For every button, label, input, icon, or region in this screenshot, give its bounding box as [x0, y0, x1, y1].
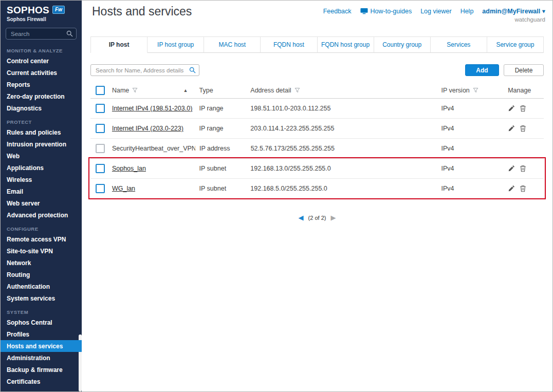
tab-content: Add Delete Name▲TypeAddress detailIP ver… [82, 64, 552, 221]
column-header-name[interactable]: Name▲ [112, 87, 199, 94]
column-header-manage[interactable]: Manage [508, 87, 544, 94]
header-link-help[interactable]: Help [460, 8, 474, 15]
table-row-sophos-lan: Sophos_lanIP subnet192.168.13.0/255.255.… [90, 159, 544, 179]
sidebar-item-authentication[interactable]: Authentication [1, 281, 82, 292]
next-page-button[interactable]: ▶ [330, 214, 336, 221]
host-name-cell: Internet IPv4 (198.51-203.0) [112, 105, 199, 112]
sidebar-item-routing[interactable]: Routing [1, 269, 82, 281]
sort-asc-icon[interactable]: ▲ [183, 88, 188, 93]
header-link-feedback[interactable]: Feedback [323, 8, 352, 15]
host-address: 198.51.101.0-203.0.112.255 [250, 105, 441, 112]
delete-button[interactable]: Delete [504, 64, 544, 76]
host-ip-version: IPv4 [441, 125, 508, 132]
column-label-address: Address detail [250, 87, 291, 94]
sidebar-item-site-to-site-vpn[interactable]: Site-to-site VPN [1, 245, 82, 257]
sidebar-item-remote-access-vpn[interactable]: Remote access VPN [1, 233, 82, 245]
delete-icon[interactable] [520, 165, 526, 172]
tab-fqdn-host[interactable]: FQDN host [261, 37, 317, 53]
tab-mac-host[interactable]: MAC host [204, 37, 261, 53]
tab-service-group[interactable]: Service group [487, 37, 543, 53]
sidebar-item-web[interactable]: Web [1, 150, 82, 162]
row-checkbox[interactable] [96, 164, 105, 173]
host-manage-cell [508, 125, 544, 132]
header-link-how-to-guides[interactable]: How-to-guides [360, 8, 412, 15]
sidebar-item-rules-and-policies[interactable]: Rules and policies [1, 126, 82, 138]
host-ip-version: IPv4 [441, 145, 508, 152]
table-search-input[interactable] [90, 64, 199, 76]
host-name-link[interactable]: Internet IPv4 (198.51-203.0) [112, 105, 195, 112]
edit-icon[interactable] [508, 125, 515, 132]
tab-fqdn-host-group[interactable]: FQDN host group [318, 37, 374, 53]
sidebar-item-administration[interactable]: Administration [1, 352, 82, 364]
sidebar-item-web-server[interactable]: Web server [1, 197, 82, 209]
host-name-link[interactable]: Sophos_lan [112, 165, 195, 172]
delete-icon[interactable] [520, 105, 526, 112]
table-row-securityheartbeat-over-vpn: SecurityHeartbeat_over_VPNIP address52.5… [90, 139, 544, 159]
host-name-link[interactable]: WG_lan [112, 185, 195, 192]
column-header-ipv[interactable]: IP version [441, 87, 508, 94]
header-link-log-viewer[interactable]: Log viewer [420, 8, 451, 15]
action-buttons: Add Delete [465, 64, 544, 76]
tab-ip-host[interactable]: IP host [91, 37, 148, 53]
column-header-address[interactable]: Address detail [250, 87, 441, 94]
sidebar-item-hosts-and-services[interactable]: Hosts and services [1, 340, 82, 352]
tab-country-group[interactable]: Country group [374, 37, 431, 53]
filter-icon[interactable] [132, 87, 138, 93]
sidebar: SOPHOS Fw Sophos Firewall MONITOR & ANAL… [1, 1, 82, 391]
account-menu[interactable]: admin@MyFirewall ▾ [482, 7, 545, 15]
edit-icon[interactable] [508, 185, 515, 192]
sidebar-item-zero-day-protection[interactable]: Zero-day protection [1, 90, 82, 102]
row-checkbox[interactable] [96, 184, 105, 193]
sidebar-nav: MONITOR & ANALYZEControl centerCurrent a… [1, 43, 82, 387]
sidebar-item-applications[interactable]: Applications [1, 162, 82, 174]
delete-icon[interactable] [520, 185, 526, 192]
host-name-cell: Sophos_lan [112, 165, 199, 172]
main-content: Hosts and services FeedbackHow-to-guides… [82, 1, 552, 391]
sidebar-item-intrusion-prevention[interactable]: Intrusion prevention [1, 138, 82, 150]
add-button[interactable]: Add [465, 64, 499, 76]
sidebar-item-certificates[interactable]: Certificates [1, 376, 82, 387]
app-window: SOPHOS Fw Sophos Firewall MONITOR & ANAL… [0, 0, 553, 392]
host-name-cell: WG_lan [112, 185, 199, 192]
filter-icon[interactable] [294, 87, 300, 93]
row-checkbox [96, 144, 105, 153]
sidebar-item-wireless[interactable]: Wireless [1, 174, 82, 185]
sidebar-item-control-center[interactable]: Control center [1, 55, 82, 67]
host-manage-cell [508, 105, 544, 112]
fw-badge: Fw [52, 6, 65, 14]
delete-icon[interactable] [520, 125, 526, 132]
column-label-name: Name [112, 87, 129, 94]
sidebar-item-reports[interactable]: Reports [1, 79, 82, 90]
filter-icon[interactable] [473, 87, 478, 93]
sidebar-item-current-activities[interactable]: Current activities [1, 67, 82, 79]
host-ip-version: IPv4 [441, 165, 508, 172]
sidebar-item-advanced-protection[interactable]: Advanced protection [1, 209, 82, 221]
edit-icon[interactable] [508, 165, 515, 172]
sidebar-item-email[interactable]: Email [1, 185, 82, 197]
nav-section-title-system: SYSTEM [1, 304, 82, 316]
sidebar-item-diagnostics[interactable]: Diagnostics [1, 102, 82, 114]
host-name-link[interactable]: Internet IPv4 (203.0-223) [112, 125, 195, 132]
search-icon[interactable] [189, 67, 196, 73]
row-checkbox[interactable] [96, 104, 105, 113]
sidebar-item-system-services[interactable]: System services [1, 292, 82, 304]
table-row-wg-lan: WG_lanIP subnet192.168.5.0/255.255.255.0… [90, 179, 544, 199]
host-name: SecurityHeartbeat_over_VPN [112, 145, 195, 152]
row-checkbox[interactable] [96, 124, 105, 133]
column-header-type[interactable]: Type [199, 87, 251, 94]
sidebar-search [6, 28, 77, 40]
prev-page-button[interactable]: ◀ [299, 214, 304, 221]
toolbar: Add Delete [90, 64, 544, 76]
tab-services[interactable]: Services [431, 37, 487, 53]
select-all-checkbox[interactable] [96, 86, 105, 95]
sidebar-item-profiles[interactable]: Profiles [1, 328, 82, 340]
sidebar-item-sophos-central[interactable]: Sophos Central [1, 316, 82, 328]
tab-ip-host-group[interactable]: IP host group [148, 37, 204, 53]
sidebar-item-network[interactable]: Network [1, 257, 82, 269]
row-select-cell [90, 164, 112, 173]
sidebar-item-backup-firmware[interactable]: Backup & firmware [1, 364, 82, 376]
top-links: FeedbackHow-to-guidesLog viewerHelpadmin… [323, 7, 545, 15]
host-manage-cell [508, 165, 544, 172]
host-type: IP subnet [199, 185, 251, 192]
edit-icon[interactable] [508, 105, 515, 112]
